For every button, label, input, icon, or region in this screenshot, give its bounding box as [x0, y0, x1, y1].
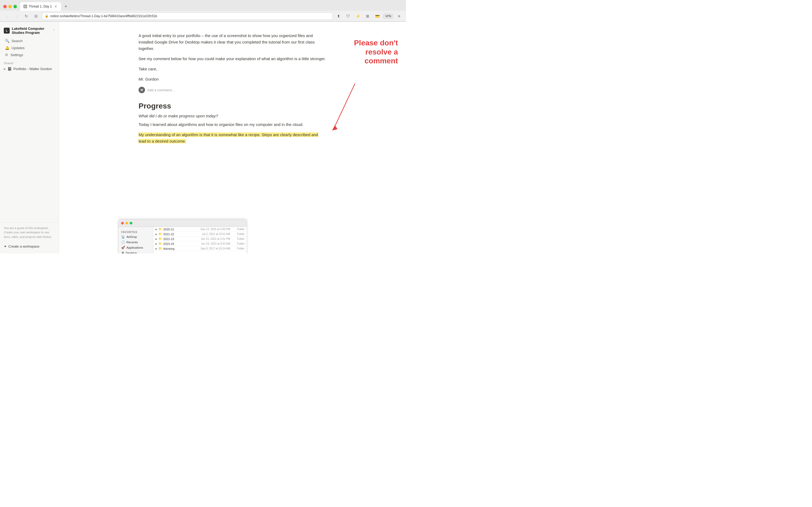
vpn-button[interactable]: VPN [383, 14, 393, 18]
file-name-3: 2023-24 [163, 242, 194, 245]
highlighted-text: My understanding of an algorithm is that… [138, 132, 318, 144]
portfolio-label: Portfolio - Walter Gordon [13, 67, 52, 71]
tab-favicon: N [23, 5, 27, 8]
window-controls [3, 5, 17, 8]
airdrop-icon: 📡 [121, 235, 125, 239]
atlas-button[interactable]: ⚡ [354, 12, 362, 20]
file-row-1[interactable]: ▶ 📁 2021-22 Jul 2, 2021 at 10:51 AM Fold… [153, 232, 247, 237]
new-tab-button[interactable]: + [62, 3, 69, 10]
create-workspace-label: Create a workspace [8, 244, 40, 248]
file-kind-0: Folder [231, 228, 245, 231]
folder-icon-0: 📁 [159, 227, 162, 231]
browser-toolbar: ‹ › ↻ ⊟ 🔒 notion.so/lakefieldcs/Thread-1… [0, 11, 406, 21]
finder-close-dot[interactable] [121, 222, 124, 225]
expand-icon-2: ▶ [156, 238, 157, 240]
finder-body: Favorites 📡 AirDrop 🕐 Recents 🚀 Applicat… [118, 227, 247, 253]
highlighted-paragraph: My understanding of an algorithm is that… [138, 131, 327, 145]
expand-icon-1: ▶ [156, 233, 157, 235]
updates-label: Updates [11, 46, 24, 50]
maximize-button[interactable] [13, 5, 17, 8]
file-date-3: Jun 19, 2023 at 9:43 AM [195, 242, 230, 245]
desktop-label: Desktop [126, 251, 137, 253]
create-workspace-icon: ✦ [4, 244, 7, 248]
create-workspace-button[interactable]: ✦ Create a workspace [0, 242, 59, 250]
file-name-4: Advising [163, 247, 194, 250]
wallet-button[interactable]: 💳 [373, 12, 381, 20]
file-row-0[interactable]: ▶ 📁 2020-21 Sep 13, 2020 at 5:00 PM Fold… [153, 227, 247, 232]
folder-icon-3: 📁 [159, 242, 162, 245]
file-name-1: 2021-22 [163, 233, 194, 236]
page-icon: 📓 [7, 67, 12, 71]
finder-sidebar: Favorites 📡 AirDrop 🕐 Recents 🚀 Applicat… [118, 227, 153, 253]
recents-icon: 🕐 [121, 240, 125, 244]
browser-chrome: N Thread 1, Day 1 ✕ + ‹ › ↻ ⊟ 🔒 notion.s… [0, 0, 406, 22]
tab-close-button[interactable]: ✕ [53, 4, 58, 9]
paragraph-4: Mr. Gordon [138, 76, 327, 82]
active-tab[interactable]: N Thread 1, Day 1 ✕ [20, 2, 61, 11]
section-heading: Progress [138, 102, 327, 110]
finder-airdrop-item[interactable]: 📡 AirDrop [118, 234, 153, 239]
sidebar-button[interactable]: ⊞ [364, 12, 371, 20]
annotation-arrow [328, 81, 360, 134]
finder-desktop-item[interactable]: 🖥 Desktop [118, 250, 153, 253]
workspace-icon: L [4, 27, 10, 34]
forward-button[interactable]: › [13, 12, 20, 20]
reload-button[interactable]: ↻ [22, 12, 30, 20]
tree-expand-icon: ▶ [4, 67, 6, 70]
file-row-3[interactable]: ▶ 📁 2023-24 Jun 19, 2023 at 9:43 AM Fold… [153, 241, 247, 246]
settings-icon: ⚙ [5, 53, 8, 57]
file-kind-1: Folder [231, 233, 245, 235]
folder-icon-4: 📁 [159, 247, 162, 250]
file-row-2[interactable]: ▶ 📁 2022-23 Jun 21, 2022 at 3:31 PM Fold… [153, 237, 247, 241]
file-name-0: 2020-21 [163, 228, 194, 231]
file-name-2: 2022-23 [163, 237, 194, 241]
search-icon: 🔍 [5, 39, 9, 43]
recents-label: Recents [126, 241, 138, 244]
expand-icon-3: ▶ [156, 242, 157, 245]
minimize-button[interactable] [8, 5, 12, 8]
expand-icon-0: ▶ [156, 228, 157, 231]
file-row-4[interactable]: ▶ 📁 Advising Sep 8, 2017 at 10:24 AM Fol… [153, 246, 247, 251]
lock-icon: 🔒 [45, 14, 49, 18]
back-button[interactable]: ‹ [3, 12, 11, 20]
bookmark-button[interactable]: ⊟ [32, 12, 40, 20]
updates-icon: 🔔 [5, 46, 9, 50]
address-bar[interactable]: 🔒 notion.so/lakefieldcs/Thread-1-Day-1-b… [42, 12, 333, 20]
sidebar-footer: You are a guest of this workspace. Creat… [0, 222, 59, 242]
paragraph-3: Take care, [138, 66, 327, 72]
paragraph-1: A good initial entry to your portfolio –… [138, 33, 327, 52]
svg-marker-1 [332, 125, 338, 130]
finder-favorites-label: Favorites [118, 230, 153, 234]
paragraph-2: See my comment below for how you could m… [138, 56, 327, 62]
shared-section-label: Shared [0, 58, 59, 66]
folder-icon-2: 📁 [159, 237, 162, 241]
extensions-button[interactable]: 🛡 [345, 12, 352, 20]
sidebar-item-settings[interactable]: ⚙ Settings [1, 51, 58, 58]
finder-file-list: ▶ 📁 2020-21 Sep 13, 2020 at 5:00 PM Fold… [153, 227, 247, 253]
finder-titlebar [118, 219, 247, 227]
applications-icon: 🚀 [121, 246, 125, 249]
close-button[interactable] [3, 5, 7, 8]
workspace-header[interactable]: L Lakefield Computer Studies Program ⌃ [0, 25, 59, 36]
finder-maximize-dot[interactable] [130, 222, 132, 225]
svg-line-0 [334, 83, 355, 129]
menu-button[interactable]: ≡ [395, 12, 403, 20]
sidebar-item-search[interactable]: 🔍 Search [1, 37, 58, 44]
sidebar-item-updates[interactable]: 🔔 Updates [1, 44, 58, 51]
finder-applications-item[interactable]: 🚀 Applications [118, 245, 153, 250]
file-date-1: Jul 2, 2021 at 10:51 AM [195, 233, 230, 235]
finder-window: Favorites 📡 AirDrop 🕐 Recents 🚀 Applicat… [118, 219, 247, 253]
share-button[interactable]: ⬆ [335, 12, 342, 20]
add-comment-input[interactable]: Add a comment... [147, 88, 327, 92]
sidebar-item-portfolio[interactable]: ▶ 📓 Portfolio - Walter Gordon [0, 66, 59, 72]
file-kind-2: Folder [231, 237, 245, 240]
desktop-icon: 🖥 [121, 251, 124, 253]
finder-recents-item[interactable]: 🕐 Recents [118, 239, 153, 245]
file-kind-4: Folder [231, 247, 245, 250]
toolbar-right: ⬆ 🛡 ⚡ ⊞ 💳 VPN ≡ [335, 12, 403, 20]
paragraph-5: Today I learned about algorithms and how… [138, 121, 327, 128]
user-avatar: W [138, 87, 145, 93]
file-kind-3: Folder [231, 242, 245, 245]
tab-bar: N Thread 1, Day 1 ✕ + [0, 0, 406, 11]
finder-minimize-dot[interactable] [125, 222, 128, 225]
